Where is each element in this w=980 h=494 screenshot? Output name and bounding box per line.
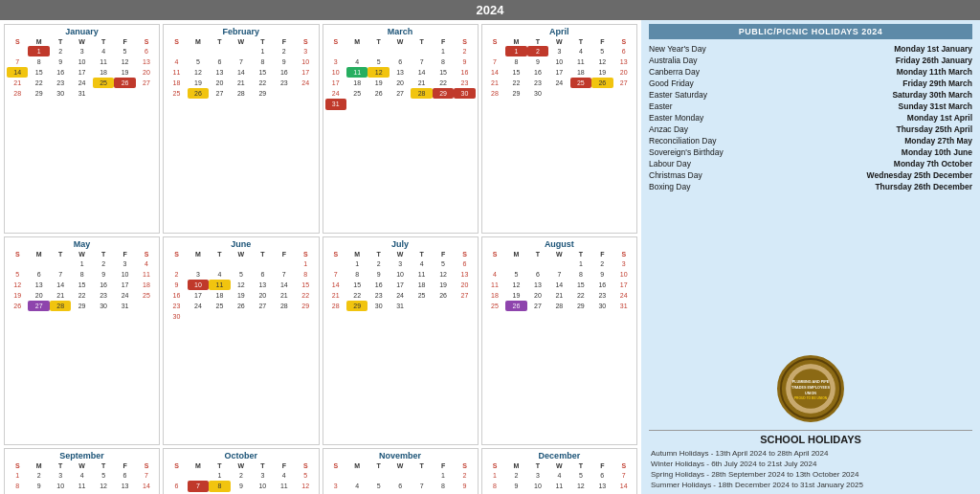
holiday-row: Sovereign's BirthdayMonday 10th June bbox=[649, 146, 972, 158]
holidays-panel-title: PUBLIC/PICNIC HOLIDAYS 2024 bbox=[649, 24, 972, 39]
month-block-august: AugustSMTWTFS123456789101112131415161718… bbox=[481, 236, 637, 446]
month-block-october: OctoberSMTWTFS12345678910111213141516171… bbox=[163, 448, 319, 494]
month-block-january: JanuarySMTWTFS12345678910111213141516171… bbox=[4, 24, 160, 234]
month-block-april: AprilSMTWTFS1234567891011121314151617181… bbox=[481, 24, 637, 234]
holiday-row: Boxing DayThursday 26th December bbox=[649, 181, 972, 192]
school-holiday-item: Autumn Holidays - 13th April 2024 to 28t… bbox=[649, 448, 972, 459]
month-block-june: JuneSMTWTFS12345678910111213141516171819… bbox=[163, 236, 319, 446]
holiday-row: Easter MondayMonday 1st April bbox=[649, 112, 972, 124]
school-holiday-item: Spring Holidays - 28th September 2024 to… bbox=[649, 469, 972, 480]
holiday-row: Canberra DayMonday 11th March bbox=[649, 66, 972, 78]
calendars-grid: JanuarySMTWTFS12345678910111213141516171… bbox=[0, 20, 641, 494]
school-holiday-item: Summer Holidays - 18th December 2024 to … bbox=[649, 480, 972, 490]
month-block-september: SeptemberSMTWTFS123456789101112131415161… bbox=[4, 448, 160, 494]
month-block-may: MaySMTWTFS123456789101112131415161718192… bbox=[4, 236, 160, 446]
holiday-row: Good FridayFriday 29th March bbox=[649, 78, 972, 89]
month-block-march: MarchSMTWTFS1234567891011121314151617181… bbox=[323, 24, 479, 234]
svg-text:UNION: UNION bbox=[805, 392, 816, 395]
school-holiday-item: Winter Holidays - 6th July 2024 to 21st … bbox=[649, 459, 972, 469]
month-block-july: JulySMTWTFS12345678910111213141516171819… bbox=[323, 236, 479, 446]
holiday-row: New Year's DayMonday 1st January bbox=[649, 43, 972, 55]
holiday-row: Australia DayFriday 26th January bbox=[649, 55, 972, 66]
holiday-row: EasterSunday 31st March bbox=[649, 101, 972, 112]
holiday-row: Christmas DayWednesday 25th December bbox=[649, 169, 972, 181]
holiday-row: Easter SaturdaySaturday 30th March bbox=[649, 89, 972, 101]
union-logo: PLUMBING AND PIPE TRADES EMPLOYEES UNION… bbox=[777, 355, 844, 422]
school-holidays-list: Autumn Holidays - 13th April 2024 to 28t… bbox=[649, 448, 972, 490]
month-block-february: FebruarySMTWTFS1234567891011121314151617… bbox=[163, 24, 319, 234]
month-block-november: NovemberSMTWTFS1234567891011121314151617… bbox=[323, 448, 479, 494]
svg-text:TRADES EMPLOYEES: TRADES EMPLOYEES bbox=[791, 386, 830, 390]
holiday-row: Anzac DayThursday 25th April bbox=[649, 124, 972, 135]
school-holidays-section: SCHOOL HOLIDAYS Autumn Holidays - 13th A… bbox=[649, 430, 972, 490]
logo-area: PLUMBING AND PIPE TRADES EMPLOYEES UNION… bbox=[649, 351, 972, 426]
year-bar: 2024 bbox=[0, 0, 980, 20]
month-block-december: DecemberSMTWTFS1234567891011121314151617… bbox=[481, 448, 637, 494]
holidays-list: New Year's DayMonday 1st JanuaryAustrali… bbox=[649, 43, 972, 348]
holiday-row: Reconciliation DayMonday 27th May bbox=[649, 135, 972, 146]
svg-text:PLUMBING AND PIPE: PLUMBING AND PIPE bbox=[792, 380, 830, 384]
holidays-panel: PUBLIC/PICNIC HOLIDAYS 2024 New Year's D… bbox=[641, 20, 980, 494]
svg-text:PROUD TO BE UNION: PROUD TO BE UNION bbox=[794, 396, 828, 400]
school-holidays-title: SCHOOL HOLIDAYS bbox=[649, 431, 972, 448]
holiday-row: Labour DayMonday 7th October bbox=[649, 158, 972, 169]
